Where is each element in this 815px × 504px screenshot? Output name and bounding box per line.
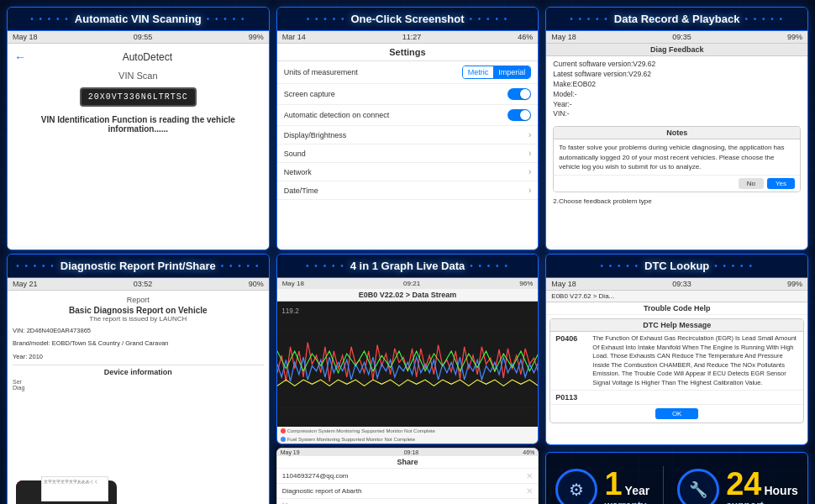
warranty-hours-row: 24 Hours bbox=[726, 468, 798, 500]
dtc-card-header: • • • • • DTC Lookup • • • • • bbox=[546, 255, 807, 278]
settings-sound-chevron: › bbox=[528, 149, 531, 158]
share-diag-clear[interactable]: ✕ bbox=[526, 486, 533, 496]
diag-feedback-title: Diag Feedback bbox=[546, 44, 807, 56]
dtc-status-bar: May 18 09:33 99% bbox=[546, 278, 807, 291]
settings-item-network[interactable]: Network › bbox=[277, 163, 539, 181]
notes-modal-title: Notes bbox=[554, 127, 800, 139]
settings-display-chevron: › bbox=[528, 130, 531, 139]
settings-label-autodetect: Automatic detection on connect bbox=[284, 111, 508, 119]
vin-back-button[interactable]: ← bbox=[14, 50, 26, 64]
dtc-code-row-1: P0113 bbox=[550, 391, 803, 405]
vin-scan-label: VIN Scan bbox=[118, 71, 157, 81]
settings-label-sound: Sound bbox=[284, 150, 528, 158]
notes-yes-button[interactable]: Yes bbox=[767, 178, 795, 189]
autodetect-toggle[interactable] bbox=[507, 109, 531, 121]
screenshot-dots-right: • • • • • bbox=[470, 14, 509, 24]
report-divider bbox=[13, 365, 264, 365]
vin-date: May 18 bbox=[13, 33, 38, 41]
printer-paper-text: 文字文字文字文字あああくく bbox=[44, 479, 106, 484]
datarecord-time: 09:35 bbox=[672, 33, 691, 41]
report-dots-right: • • • • • bbox=[221, 261, 260, 270]
datarecord-card-body: May 18 09:35 99% Diag Feedback Current s… bbox=[546, 31, 807, 249]
settings-label-datetime: Date/Time bbox=[284, 186, 528, 195]
screenshot-date: Mar 14 bbox=[282, 33, 306, 41]
graph-label-text-1: Fuel System Monitoring Supported Monitor… bbox=[287, 437, 415, 442]
settings-label-units: Units of measurement bbox=[284, 68, 462, 76]
settings-label-capture: Screen capture bbox=[284, 90, 508, 98]
dtc-message-title: DTC Help Message bbox=[550, 319, 803, 332]
warranty-gear-icon: ⚙ bbox=[555, 469, 597, 504]
vin-reading-text: VIN Identification Function is reading t… bbox=[14, 115, 262, 134]
screen-capture-toggle[interactable] bbox=[507, 88, 531, 100]
graph-label-text-0: Compression System Monitoring Supported … bbox=[287, 428, 435, 433]
share-popup-title: Share bbox=[277, 456, 539, 469]
graph-card-header: • • • • • 4 in 1 Graph Live Data • • • •… bbox=[277, 255, 539, 278]
graph-card: • • • • • 4 in 1 Graph Live Data • • • •… bbox=[276, 254, 539, 444]
report-battery: 90% bbox=[249, 280, 264, 288]
report-brand: Brand/model: EOBD/Town S& Country / Gran… bbox=[13, 339, 264, 348]
settings-label-network: Network bbox=[284, 168, 528, 176]
graph-label-1: Fuel System Monitoring Supported Monitor… bbox=[281, 437, 415, 442]
share-diag-field[interactable]: Diagnostic report of Abarth ✕ bbox=[277, 484, 539, 499]
report-status-bar: May 21 03:52 90% bbox=[8, 278, 269, 291]
share-diag-value: Diagnostic report of Abarth bbox=[282, 487, 362, 495]
settings-network-chevron: › bbox=[528, 167, 531, 176]
model-info: Model:- bbox=[553, 90, 801, 100]
share-popup-battery: 46% bbox=[523, 449, 534, 455]
imperial-button[interactable]: Imperial bbox=[493, 66, 530, 78]
printer-paper: 文字文字文字文字あああくく bbox=[41, 476, 108, 501]
vin-scanning-card: • • • • • Automatic VIN Scanning • • • •… bbox=[7, 7, 270, 250]
report-dots-left: • • • • • bbox=[16, 261, 55, 270]
screenshot-card: • • • • • One-Click Screenshot • • • • •… bbox=[276, 7, 539, 250]
dtc-screen: May 18 09:33 99% E0B0 V27.62 > Dia... Tr… bbox=[546, 278, 807, 444]
printer-visual: 文字文字文字文字あああくく bbox=[8, 472, 125, 504]
warranty-year-row: 1 Year bbox=[604, 468, 649, 500]
datarecord-card-title: Data Record & Playback bbox=[614, 13, 740, 25]
warranty-support-word: support bbox=[726, 500, 798, 504]
share-email-field[interactable]: 1104693274@qq.com ✕ bbox=[277, 469, 539, 484]
warranty-badge-right: 🔧 24 Hours support bbox=[677, 468, 798, 504]
share-email-clear[interactable]: ✕ bbox=[526, 471, 533, 480]
settings-item-autodetect: Automatic detection on connect bbox=[277, 105, 539, 126]
warranty-hours-label: Hours bbox=[764, 484, 797, 497]
report-card-title: Diagnostic Report Print/Share bbox=[60, 260, 216, 272]
dtc-nav: E0B0 V27.62 > Dia... bbox=[546, 291, 807, 302]
datarecord-date: May 18 bbox=[551, 33, 576, 41]
notes-no-button[interactable]: No bbox=[739, 178, 764, 189]
metric-button[interactable]: Metric bbox=[463, 66, 494, 78]
report-year: Year: 2010 bbox=[13, 352, 264, 361]
report-card: • • • • • Diagnostic Report Print/Share … bbox=[7, 254, 270, 504]
settings-item-sound[interactable]: Sound › bbox=[277, 144, 539, 163]
graph-time: 09:21 bbox=[403, 280, 420, 287]
report-card-body: May 21 03:52 90% Report Basic Diagnosis … bbox=[8, 278, 269, 504]
units-buttons[interactable]: Metric Imperial bbox=[462, 66, 532, 79]
year-info: Year:- bbox=[553, 100, 801, 110]
vin-time: 09:55 bbox=[134, 33, 153, 41]
warranty-year-text: 1 Year warranty bbox=[604, 468, 649, 504]
vin-top-bar: ← AutoDetect bbox=[14, 50, 262, 64]
vin-info: VIN:- bbox=[553, 109, 801, 119]
vin-card-title: Automatic VIN Scanning bbox=[75, 13, 202, 25]
warranty-divider bbox=[663, 466, 664, 504]
settings-title: Settings bbox=[277, 44, 539, 61]
vin-battery: 99% bbox=[249, 33, 264, 41]
graph-battery: 96% bbox=[519, 280, 533, 287]
warranty-hours-number: 24 bbox=[726, 468, 761, 500]
dtc-code-0: P0406 bbox=[555, 334, 589, 343]
screenshot-time: 11:27 bbox=[402, 33, 422, 41]
dtc-ok-button[interactable]: OK bbox=[655, 408, 699, 419]
warranty-content: ⚙ 1 Year warranty 🔧 24 bbox=[547, 453, 806, 504]
device-ser: Ser bbox=[13, 379, 264, 385]
settings-item-datetime[interactable]: Date/Time › bbox=[277, 181, 539, 200]
settings-label-display: Display/Brightness bbox=[284, 131, 528, 139]
share-email-value: 1104693274@qq.com bbox=[282, 472, 349, 480]
graph-middle-section: • • • • • 4 in 1 Graph Live Data • • • •… bbox=[276, 254, 539, 504]
dtc-card-title: DTC Lookup bbox=[644, 260, 709, 272]
graph-label-0: Compression System Monitoring Supported … bbox=[281, 428, 435, 433]
warranty-word: warranty bbox=[604, 500, 649, 504]
warranty-section: ⚙ 1 Year warranty 🔧 24 bbox=[545, 452, 808, 504]
share-message-field[interactable]: Message bbox=[277, 499, 539, 504]
graph-card-title: 4 in 1 Graph Live Data bbox=[350, 260, 465, 272]
dtc-date: May 18 bbox=[551, 280, 576, 288]
settings-item-display[interactable]: Display/Brightness › bbox=[277, 126, 539, 144]
